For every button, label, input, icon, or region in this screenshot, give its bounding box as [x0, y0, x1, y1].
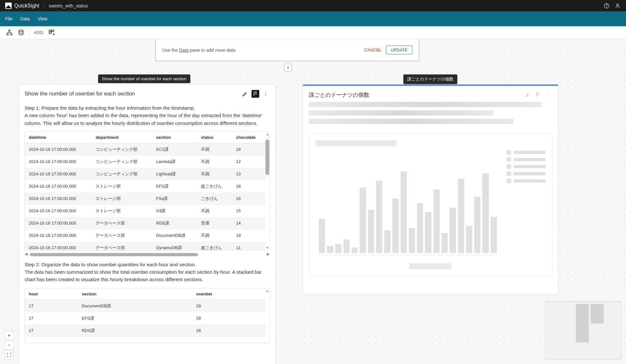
prompt-prefix: Use the	[162, 48, 179, 53]
column-header[interactable]: section	[78, 288, 192, 300]
app-header: QuickSight sweets_with_status	[0, 0, 626, 11]
step1-body: A new column 'hour' has been added to th…	[25, 112, 270, 127]
table-cell: 超ごきげん	[197, 242, 232, 250]
canvas[interactable]: Use the Data pane to add more data CANCE…	[0, 39, 626, 364]
hierarchy-icon[interactable]	[6, 29, 13, 36]
table-cell: 2024-10-16 17:00:00.000	[25, 143, 92, 156]
table-cell: EFS課	[152, 180, 197, 193]
column-header[interactable]: department	[92, 132, 152, 143]
help-icon[interactable]	[603, 3, 610, 9]
menu-bar: File Data View	[0, 11, 626, 26]
update-button[interactable]: UPDATE	[386, 46, 412, 54]
table-cell: EC2課	[152, 143, 197, 156]
svg-rect-5	[10, 34, 12, 35]
toolbar: ADD:	[0, 26, 626, 39]
menu-file[interactable]: File	[5, 16, 13, 21]
visual-panel-left[interactable]: Show the number of osenbei for each sect…	[18, 84, 276, 364]
table-cell: 不調	[197, 205, 232, 217]
skeleton-bar	[450, 208, 456, 253]
add-visual-button[interactable]: +	[284, 64, 292, 72]
prompt-text: Use the Data pane to add more data	[162, 48, 236, 53]
skeleton-bar	[376, 181, 382, 253]
flag-icon[interactable]	[252, 90, 259, 98]
table-cell: RDS課	[152, 217, 197, 229]
skeleton-caption	[409, 263, 452, 269]
skeleton-bar	[401, 171, 407, 253]
flag-icon[interactable]	[534, 91, 542, 99]
table-row: 2024-10-16 17:00:00.000ストレージ部S3課不調15	[25, 205, 265, 217]
zoom-in-button[interactable]: +	[5, 331, 14, 340]
svg-point-15	[548, 96, 549, 97]
zoom-out-button[interactable]: −	[5, 341, 14, 350]
table-cell: 2024-10-16 17:00:00.000	[25, 180, 92, 193]
skeleton-bar	[352, 248, 358, 253]
panel-right-title: 課ごとのドーナツの個数	[309, 91, 369, 99]
table-cell: 2024-10-16 17:00:00.000	[25, 205, 92, 217]
column-header[interactable]: hour	[25, 288, 78, 300]
table-cell: ストレージ部	[92, 205, 152, 217]
visual-panel-right[interactable]: 課ごとのドーナツの個数	[303, 84, 558, 295]
skeleton-bar	[335, 244, 341, 253]
quicksight-logo-icon	[5, 3, 12, 9]
scroll-down-icon[interactable]: ▼	[266, 246, 269, 249]
table-cell: コンピューティング部	[92, 143, 152, 156]
column-header[interactable]: section	[152, 132, 197, 143]
column-header[interactable]: datetime	[25, 132, 92, 143]
table-cell: 2024-10-16 17:00:00.000	[25, 242, 92, 250]
document-name: sweets_with_status	[49, 3, 88, 8]
skeleton-bar	[458, 179, 464, 253]
edit-icon[interactable]	[241, 90, 249, 98]
table-cell: 超ごきげん	[197, 180, 232, 193]
add-calculated-field-icon[interactable]	[49, 29, 56, 36]
table-cell: 2024-10-16 17:00:00.000	[25, 193, 92, 205]
table-cell: EFS課	[78, 312, 192, 325]
table-cell: FSx課	[152, 193, 197, 205]
skeleton-line	[309, 119, 513, 124]
prompt-data-link[interactable]: Data	[179, 48, 189, 53]
prompt-suffix: pane to add more data	[189, 48, 236, 53]
column-header[interactable]: chocolate	[232, 132, 265, 143]
skeleton-bar	[360, 188, 366, 253]
table-cell: S3課	[152, 205, 197, 217]
step2-title: Step 2: Organize the data to show osenbe…	[25, 261, 270, 268]
scroll-up-icon[interactable]: ▲	[266, 132, 269, 136]
fullscreen-button[interactable]	[5, 350, 14, 359]
svg-point-1	[607, 7, 607, 7]
skeleton-bar	[433, 190, 440, 253]
svg-point-13	[548, 93, 549, 94]
table-cell: 17	[25, 325, 78, 337]
user-icon[interactable]	[614, 3, 621, 9]
table-row: 17EFS課29	[25, 312, 265, 325]
table-cell: 28	[192, 325, 265, 337]
scroll-right-icon[interactable]: ▶	[267, 252, 270, 256]
skeleton-line	[309, 102, 542, 107]
table-cell: データベース部	[92, 229, 152, 242]
table-row: 2024-10-16 17:00:00.000ストレージ部EFS課超ごきげん18	[25, 180, 265, 193]
more-icon[interactable]	[262, 90, 270, 98]
database-icon[interactable]	[17, 29, 25, 36]
menu-data[interactable]: Data	[20, 16, 30, 21]
table-cell: ごきげん	[197, 193, 232, 205]
table-cell: 2024-10-16 17:00:00.000	[25, 168, 92, 180]
table-cell: 11	[232, 242, 265, 250]
skeleton-legend	[507, 150, 545, 186]
table-cell: Lambda課	[152, 156, 197, 168]
skeleton-bar	[474, 197, 480, 253]
column-header[interactable]: status	[197, 132, 232, 143]
skeleton-bar	[343, 239, 350, 253]
menu-view[interactable]: View	[38, 16, 47, 21]
scroll-up-icon[interactable]: ▲	[266, 289, 269, 292]
table-cell: コンピューティング部	[92, 156, 152, 168]
edit-icon[interactable]	[524, 91, 531, 99]
vertical-scrollbar[interactable]	[265, 139, 269, 175]
svg-rect-8	[49, 32, 51, 34]
table-cell: 不調	[197, 143, 232, 156]
column-header[interactable]: osenbei	[192, 288, 265, 300]
table-cell: 29	[192, 312, 265, 325]
horizontal-scrollbar[interactable]	[30, 253, 198, 256]
more-icon[interactable]	[544, 91, 552, 99]
minimap[interactable]	[545, 301, 621, 359]
scroll-left-icon[interactable]: ◀	[25, 252, 28, 256]
cancel-button[interactable]: CANCEL	[364, 48, 381, 52]
table-cell: 19	[232, 229, 265, 242]
